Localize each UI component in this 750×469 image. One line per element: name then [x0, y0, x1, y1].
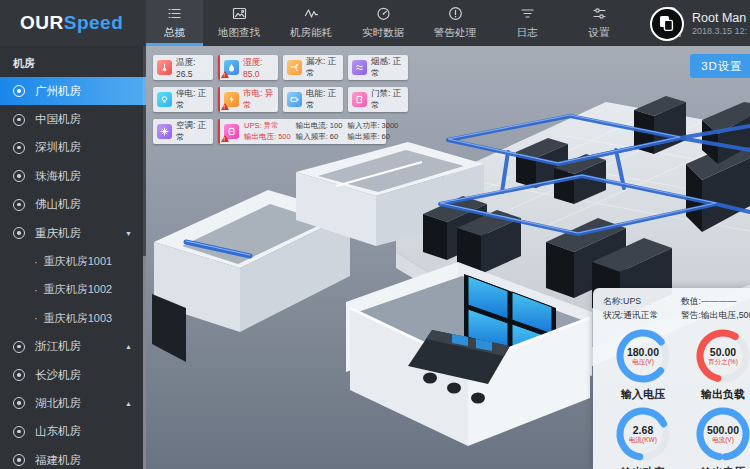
status-badge-smoke[interactable]: 烟感: 正常 [348, 55, 408, 80]
humidity-icon [224, 60, 239, 75]
main-viewport: 温度: 26.5 湿度: 85.0 漏水: 正常 烟感: 正常 停电: 正常 市… [146, 46, 750, 469]
sidebar-title: 机房 [0, 46, 146, 77]
status-badge-door-access[interactable]: 门禁: 正常 [348, 87, 408, 112]
avatar[interactable] [650, 7, 684, 41]
sidebar-item-zhejiang[interactable]: 浙江机房 ▲ [0, 333, 146, 361]
sidebar-item-zhongguo[interactable]: 中国机房 [0, 105, 146, 133]
warning-triangle-icon [221, 103, 229, 110]
ups-status: UPS: 异常 [244, 121, 291, 132]
tab-logs[interactable]: 日志 [491, 0, 563, 46]
tab-settings[interactable]: 设置 [563, 0, 635, 46]
ups-metrics-col1: 输出电流: 100 输入频率: 60 [296, 121, 343, 142]
room-icon [13, 369, 25, 381]
sidebar-item-label: 佛山机房 [35, 197, 81, 212]
sidebar-item-label: 重庆机房1003 [44, 311, 112, 326]
badge-text: 漏水: 正常 [306, 56, 339, 80]
room-icon [13, 114, 25, 126]
sidebar-item-guangzhou[interactable]: 广州机房 [0, 77, 146, 105]
room-icon [13, 454, 25, 466]
user-datetime: 2018.3.15 12: [692, 26, 747, 37]
chevron-down-icon[interactable]: ▼ [125, 230, 132, 237]
tab-label: 实时数据 [362, 26, 404, 40]
ups-icon [224, 124, 239, 139]
sidebar-item-label: 浙江机房 [35, 339, 81, 354]
panel-warning: 警告:输出电压,500.00,20 [681, 309, 750, 321]
chevron-up-icon[interactable]: ▲ [125, 400, 132, 407]
chevron-up-icon[interactable]: ▲ [125, 343, 132, 350]
gauge-label: 输出负载 [701, 387, 745, 402]
panel-name: 名称:UPS [603, 295, 675, 307]
panel-value: 数值:———— [681, 295, 750, 307]
gauge-unit: 电流(KW) [629, 436, 657, 443]
badge-text: 温度: 26.5 [176, 57, 209, 79]
tab-alert-handling[interactable]: 警告处理 [419, 0, 491, 46]
sidebar: 机房 广州机房 中国机房 深圳机房 珠海机房 佛山机房 重庆机房 ▼ 重庆机房1… [0, 46, 146, 469]
status-badge-humidity[interactable]: 湿度: 85.0 [218, 55, 278, 80]
sidebar-item-fujian[interactable]: 福建机房 [0, 446, 146, 469]
sidebar-item-label: 珠海机房 [35, 169, 81, 184]
ups-output-voltage: 输出电压: 500 [244, 132, 291, 143]
gauge-label: 输入电压 [621, 387, 665, 402]
room-icon [13, 227, 25, 239]
sidebar-item-label: 长沙机房 [35, 368, 81, 383]
fan-icon [157, 124, 172, 139]
sidebar-item-foshan[interactable]: 佛山机房 [0, 191, 146, 219]
sidebar-item-chongqing-1001[interactable]: 重庆机房1001 [0, 247, 146, 275]
sidebar-item-shandong[interactable]: 山东机房 [0, 418, 146, 446]
sidebar-item-zhuhai[interactable]: 珠海机房 [0, 162, 146, 190]
badge-text: 湿度: 85.0 [243, 57, 274, 79]
ups-alert-card[interactable]: UPS: 异常 输出电压: 500 输出电流: 100 输入频率: 60 输入功… [218, 119, 386, 144]
panel-status: 状况:通讯正常 [603, 309, 675, 321]
user-meta: Root Man 2018.3.15 12: [692, 11, 747, 38]
ups-input-power: 输入功率: 3000 [347, 121, 398, 132]
sidebar-item-changsha[interactable]: 长沙机房 [0, 361, 146, 389]
lightning-icon [224, 92, 239, 107]
sidebar-item-label: 重庆机房1001 [44, 254, 112, 269]
sidebar-item-label: 广州机房 [35, 84, 81, 99]
tab-overview[interactable]: 总揽 [146, 0, 203, 46]
gauge-output-load: 50.00 百分之(%) 输出负载 [683, 328, 750, 402]
gauge-input-voltage: 180.00 电压(V) 输入电压 [603, 328, 683, 402]
room-icon [13, 199, 25, 211]
user-name: Root Man [692, 11, 747, 27]
status-badge-battery[interactable]: 电能: 正常 [283, 87, 343, 112]
sidebar-item-hubei[interactable]: 湖北机房 ▲ [0, 389, 146, 417]
sidebar-item-shenzhen[interactable]: 深圳机房 [0, 134, 146, 162]
tab-room-energy[interactable]: 机房能耗 [275, 0, 347, 46]
status-badge-air-conditioner[interactable]: 空调: 正常 [153, 119, 213, 144]
user-box[interactable]: Root Man 2018.3.15 12: [650, 5, 750, 43]
sidebar-item-label: 中国机房 [35, 112, 81, 127]
sidebar-item-chongqing[interactable]: 重庆机房 ▼ [0, 219, 146, 247]
tab-label: 设置 [589, 26, 610, 40]
3d-settings-button[interactable]: 3D设置 [690, 54, 750, 78]
tab-realtime-data[interactable]: 实时数据 [347, 0, 419, 46]
sidebar-item-chongqing-1003[interactable]: 重庆机房1003 [0, 304, 146, 332]
badge-text: 烟感: 正常 [371, 56, 404, 80]
badge-text: 门禁: 正常 [371, 88, 404, 112]
room-icon [13, 341, 25, 353]
sidebar-item-label: 福建机房 [35, 453, 81, 468]
bulb-icon [157, 92, 172, 107]
warning-triangle-icon [221, 71, 229, 78]
sidebar-item-label: 深圳机房 [35, 140, 81, 155]
gauge-unit: 电压(V) [632, 358, 654, 365]
app-window: OURSpeed 总揽 地图查找 机房能耗 实时数据 警告处理 [0, 0, 750, 469]
door-icon [352, 92, 367, 107]
status-badge-temperature[interactable]: 温度: 26.5 [153, 55, 213, 80]
sidebar-item-label: 重庆机房 [35, 226, 81, 241]
alert-circle-icon [448, 6, 463, 23]
faucet-icon [287, 60, 302, 75]
gauge-grid: 180.00 电压(V) 输入电压 50.00 百分 [603, 328, 750, 469]
logo-text-primary: OUR [20, 12, 64, 34]
status-badge-power-outage[interactable]: 停电: 正常 [153, 87, 213, 112]
badge-text: 空调: 正常 [176, 120, 209, 144]
sidebar-item-chongqing-1002[interactable]: 重庆机房1002 [0, 276, 146, 304]
gauge-output-voltage: 500.00 电流(V) 输出电压 [683, 406, 750, 469]
thermometer-icon [157, 60, 172, 75]
filter-lines-icon [520, 6, 535, 23]
room-icon [13, 170, 25, 182]
tab-map-search[interactable]: 地图查找 [203, 0, 275, 46]
status-badge-water-leak[interactable]: 漏水: 正常 [283, 55, 343, 80]
gauge-unit: 电流(V) [712, 436, 734, 443]
status-badge-mains-power[interactable]: 市电: 异常 [218, 87, 278, 112]
